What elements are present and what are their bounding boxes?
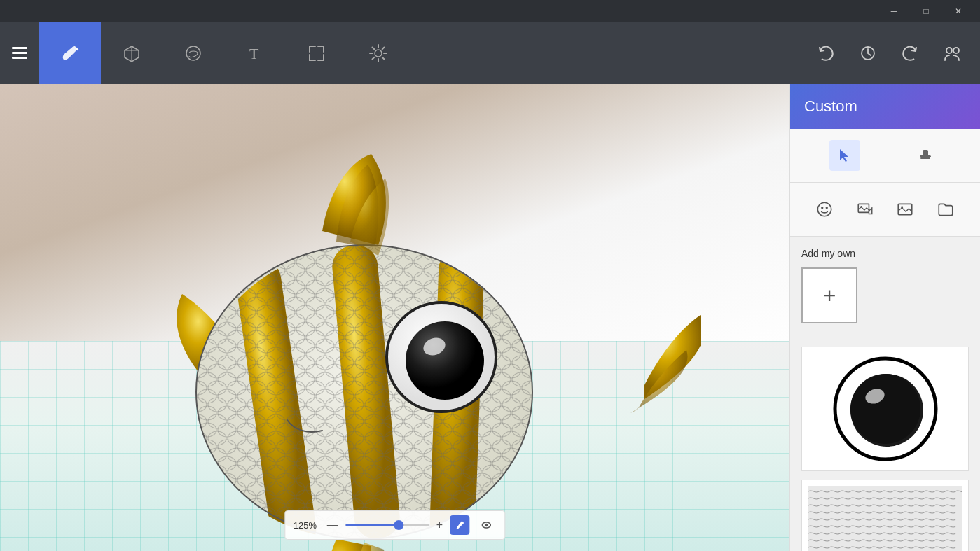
svg-point-38 (821, 207, 823, 209)
undo-button[interactable] (806, 34, 846, 73)
panel-tools-row (790, 129, 980, 183)
svg-line-13 (373, 57, 375, 60)
sticker-eye-item[interactable] (801, 347, 969, 471)
zoom-percent-label: 125% (294, 520, 320, 531)
svg-line-12 (382, 48, 385, 50)
tool-brush[interactable] (39, 22, 101, 84)
zoom-slider-fill (345, 524, 396, 526)
svg-rect-1 (12, 52, 27, 54)
zoom-slider-thumb[interactable] (394, 520, 403, 530)
svg-line-10 (373, 48, 375, 50)
right-panel: Custom (789, 84, 980, 551)
svg-point-37 (817, 202, 831, 216)
collaborate-button[interactable] (932, 34, 972, 73)
svg-point-5 (375, 50, 382, 57)
svg-point-16 (953, 48, 959, 53)
main-content: 125% — + Custom (0, 84, 980, 551)
zoom-slider-track[interactable] (345, 524, 429, 526)
zoom-out-button[interactable]: — (327, 519, 338, 531)
svg-text:T: T (249, 45, 259, 62)
sticker-eye-svg (829, 353, 941, 465)
history-button[interactable] (848, 34, 888, 73)
zoom-in-button[interactable]: + (436, 519, 443, 531)
canvas-area[interactable]: 125% — + (0, 84, 789, 551)
add-my-own-label: Add my own (801, 248, 969, 259)
svg-point-31 (406, 321, 484, 400)
tool-stickers[interactable] (163, 22, 224, 84)
panel-divider (801, 335, 969, 335)
svg-rect-35 (920, 157, 930, 159)
tool-3d-shapes[interactable] (101, 22, 163, 84)
panel-folder-button[interactable] (930, 194, 961, 225)
tool-effects[interactable] (347, 22, 409, 84)
panel-select-tool[interactable] (829, 140, 860, 171)
sticker-texture-svg (808, 486, 962, 551)
svg-point-46 (850, 374, 920, 444)
minimize-button[interactable]: ─ (878, 0, 910, 22)
panel-header: Custom (790, 84, 980, 129)
toolbar-actions (806, 34, 980, 73)
zoom-bar: 125% — + (284, 510, 505, 540)
svg-point-15 (946, 48, 952, 53)
svg-point-43 (901, 206, 903, 208)
panel-stamp-tool[interactable] (910, 140, 941, 171)
toolbar: T (0, 22, 980, 84)
svg-point-39 (826, 207, 828, 209)
fish-model (70, 119, 701, 551)
panel-title: Custom (804, 97, 857, 116)
svg-point-34 (485, 524, 488, 526)
panel-emoji-button[interactable] (809, 194, 840, 225)
tool-text[interactable]: T (224, 22, 286, 84)
titlebar: ─ □ ✕ (0, 0, 980, 22)
panel-image-button[interactable] (890, 194, 920, 225)
maximize-button[interactable]: □ (910, 0, 942, 22)
svg-rect-0 (12, 47, 27, 49)
eye-zoom-button[interactable] (476, 515, 496, 535)
add-sticker-button[interactable]: + (801, 267, 857, 323)
svg-point-3 (186, 46, 200, 60)
pencil-zoom-button[interactable] (450, 515, 469, 535)
sticker-texture-item[interactable] (801, 480, 969, 551)
svg-line-11 (382, 57, 385, 60)
tool-select[interactable] (286, 22, 347, 84)
panel-content: Add my own + (790, 237, 980, 551)
menu-button[interactable] (0, 22, 39, 84)
panel-image-edit-button[interactable] (850, 194, 881, 225)
redo-button[interactable] (890, 34, 930, 73)
svg-point-41 (860, 206, 862, 208)
svg-rect-2 (12, 57, 27, 59)
panel-icons-row (790, 183, 980, 237)
close-button[interactable]: ✕ (942, 0, 974, 22)
